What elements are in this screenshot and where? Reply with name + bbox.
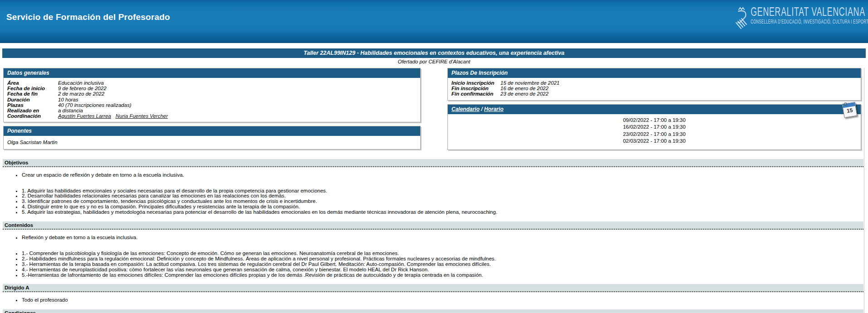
info-value: 15 de noviembre de 2021 — [500, 80, 559, 86]
content-right-border — [864, 68, 864, 313]
info-value: 40 (70 inscripciones realizadas) — [58, 102, 131, 108]
calendario-box: Calendario / Horario 15 09/02/2022 - 17:… — [447, 104, 861, 150]
info-value: 9 de febrero de 2022 — [58, 86, 107, 91]
bullet-group: Reflexión y debate en torno a la escuela… — [15, 235, 863, 241]
info-label: Fin inscripción — [451, 86, 500, 91]
info-row: Fecha de inicio9 de febrero de 2022 — [7, 86, 417, 91]
calendario-link[interactable]: Calendario — [451, 106, 480, 112]
info-row: Inicio inscripción15 de noviembre de 202… — [451, 80, 857, 86]
logo-name: GENERALITAT VALENCIANA — [751, 5, 867, 19]
coordinador-link[interactable]: Agustin Fuertes Larrea — [58, 113, 111, 119]
course-sections: ObjetivosCrear un espacio de reflexión y… — [0, 159, 868, 313]
info-columns: Datos generales ÁreaEducación inclusivaF… — [0, 68, 868, 154]
gva-logo: GENERALITAT VALENCIANA CONSELLERIA D'EDU… — [734, 5, 866, 37]
info-label: Área — [7, 80, 58, 86]
logo-subtitle: CONSELLERIA D'EDUCACIÓ, INVESTIGACIÓ, CU… — [751, 19, 867, 25]
datos-generales-body: ÁreaEducación inclusivaFecha de inicio9 … — [4, 78, 420, 122]
info-row: Realizado ena distancia — [7, 108, 417, 113]
app-header: Servicio de Formación del Profesorado GE… — [0, 0, 868, 43]
calendario-separator: / — [480, 106, 484, 112]
info-row-coordinacion: CoordinaciónAgustin Fuertes LarreaNuria … — [7, 113, 417, 119]
horario-link[interactable]: Horario — [484, 106, 504, 112]
bullet-item: 4.- Herramientas de neuroplasticidad pos… — [22, 267, 863, 273]
section-heading: Objetivos — [3, 159, 863, 167]
bullet-group: 1. Adquirir las habilidades emocionales … — [15, 188, 863, 216]
info-row: Duración10 horas — [7, 97, 417, 102]
info-label: Fin confirmación — [451, 91, 500, 96]
course-title: Taller 22AL99IN129 - Habilidades emocion… — [304, 50, 564, 56]
coordinadores: Agustin Fuertes LarreaNuria Fuentes Verc… — [58, 113, 172, 119]
sessions-list: 09/02/2022 - 17:00 a 19:3016/02/2022 - 1… — [448, 114, 861, 149]
plazos-box: Plazos De Inscripción Inicio inscripción… — [447, 68, 861, 101]
plazos-body: Inicio inscripción15 de noviembre de 202… — [448, 78, 861, 100]
info-label: Fecha de inicio — [7, 86, 58, 91]
info-label: Fecha de fin — [7, 91, 58, 96]
info-value: 2 de marzo de 2022 — [58, 91, 104, 96]
bullet-item: Crear un espacio de reflexión y debate e… — [22, 173, 863, 178]
course-title-bar: Taller 22AL99IN129 - Habilidades emocion… — [2, 48, 866, 58]
section-dirigido-a: Dirigido ATodo el profesorado — [3, 284, 863, 303]
right-column: Plazos De Inscripción Inicio inscripción… — [447, 68, 861, 154]
info-row: Fin inscripción16 de enero de 2022 — [451, 86, 857, 91]
info-value: 16 de enero de 2022 — [500, 86, 548, 91]
section-heading: Dirigido A — [3, 284, 863, 292]
section-contenidos: ContenidosReflexión y debate en torno a … — [3, 222, 863, 278]
datos-generales-box: Datos generales ÁreaEducación inclusivaF… — [3, 68, 421, 122]
info-label: Coordinación — [7, 113, 58, 119]
section-objetivos: ObjetivosCrear un espacio de reflexión y… — [3, 159, 863, 215]
section-heading: Condiciones — [3, 309, 863, 313]
session-line: 23/02/2022 - 17:00 a 19:30 — [448, 131, 861, 138]
section-condiciones: CondicionesEl curso es a distancia, a tr… — [3, 309, 863, 313]
bullet-item: Todo el profesorado — [22, 298, 863, 303]
ponentes-box: Ponentes Olga Sacristan Martin — [3, 126, 421, 149]
info-label: Inicio inscripción — [451, 80, 500, 86]
info-value: a distancia — [58, 108, 83, 113]
bullet-group: Todo el profesorado — [15, 298, 863, 303]
ponentes-header: Ponentes — [4, 126, 420, 136]
info-row: Fecha de fin2 de marzo de 2022 — [7, 91, 417, 96]
info-value: 10 horas — [58, 97, 78, 102]
session-line: 02/03/2022 - 17:00 a 19:30 — [448, 138, 861, 145]
calendario-header: Calendario / Horario 15 — [448, 105, 861, 114]
bullet-item: Reflexión y debate en torno a la escuela… — [22, 235, 863, 241]
info-row: ÁreaEducación inclusiva — [7, 80, 417, 86]
gva-logo-text: GENERALITAT VALENCIANA CONSELLERIA D'EDU… — [751, 5, 867, 25]
info-label: Realizado en — [7, 108, 58, 113]
bullet-group: Crear un espacio de reflexión y debate e… — [15, 173, 863, 178]
ponentes-body: Olga Sacristan Martin — [4, 136, 420, 149]
offered-by: Ofertado por CEFIRE d'Alacant — [0, 58, 868, 67]
bullet-group: 1.- Comprender la psicobiología y fisiol… — [15, 251, 863, 278]
section-heading: Contenidos — [3, 222, 863, 230]
datos-generales-header: Datos generales — [4, 68, 420, 78]
left-column: Datos generales ÁreaEducación inclusivaF… — [3, 68, 421, 153]
info-row: Plazas40 (70 inscripciones realizadas) — [7, 102, 417, 108]
bullet-item: 5. Adquirir las estrategias, habilidades… — [22, 210, 863, 215]
calendar-icon[interactable]: 15 — [842, 102, 857, 118]
bullet-item: 3.- Herramientas de la terapia basada en… — [22, 262, 863, 267]
plazos-header: Plazos De Inscripción — [448, 68, 861, 78]
gva-emblem-icon — [734, 6, 749, 34]
info-row: Fin confirmación23 de enero de 2022 — [451, 91, 857, 96]
info-label: Plazas — [7, 102, 58, 108]
bullet-item: 2.- Habilidades mindfulness para la regu… — [22, 256, 863, 262]
info-label: Duración — [7, 97, 58, 102]
info-value: 23 de enero de 2022 — [500, 91, 548, 96]
ponente-name: Olga Sacristan Martin — [7, 138, 417, 146]
coordinador-link[interactable]: Nuria Fuentes Vercher — [116, 113, 168, 119]
session-line: 16/02/2022 - 17:00 a 19:30 — [448, 124, 861, 131]
bullet-item: 5.-Herramientas de lafrontamiento de las… — [22, 273, 863, 278]
session-line: 09/02/2022 - 17:00 a 19:30 — [448, 117, 861, 124]
info-value: Educación inclusiva — [58, 80, 104, 86]
